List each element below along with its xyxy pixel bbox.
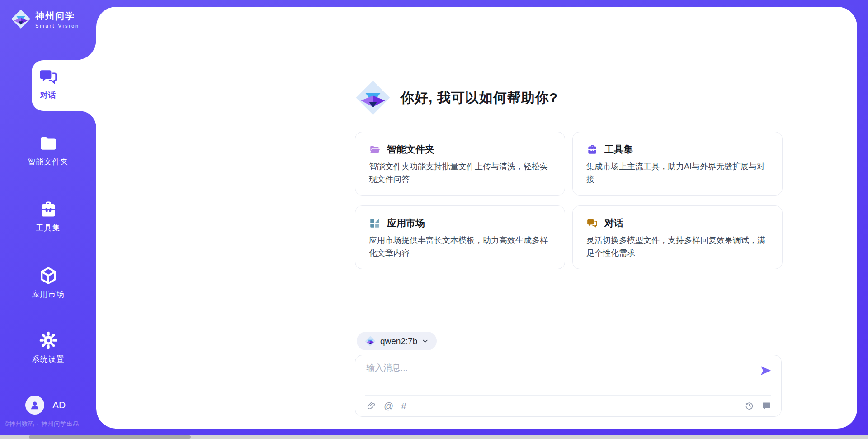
avatar xyxy=(25,396,44,415)
history-clock-icon xyxy=(745,401,754,410)
user-initials: AD xyxy=(52,400,66,410)
tab-fillet-bottom xyxy=(80,111,96,127)
card-description: 集成市场上主流工具，助力AI与外界无缝扩展与对接 xyxy=(586,161,769,186)
sidebar-item-label: 系统设置 xyxy=(32,354,65,364)
attachment-button[interactable] xyxy=(366,401,376,410)
copyright-footer: ©神州数码 · 神州问学出品 xyxy=(5,420,79,428)
sidebar-item-toolset[interactable]: 工具集 xyxy=(0,199,96,233)
send-icon[interactable] xyxy=(760,364,772,377)
main-panel: 你好, 我可以如何帮助你? 智能文件夹 智能文件夹功能支持批量文件上传与清洗，轻… xyxy=(96,7,857,429)
feature-cards: 智能文件夹 智能文件夹功能支持批量文件上传与清洗，轻松实现文件问答 工具集 集成… xyxy=(355,132,783,269)
model-diamond-icon xyxy=(365,336,376,347)
mention-button[interactable]: @ xyxy=(384,401,393,410)
cube-icon xyxy=(38,266,58,286)
brand-diamond-icon xyxy=(11,9,31,29)
folder-open-icon xyxy=(369,143,381,155)
horizontal-scrollbar xyxy=(0,435,868,439)
tab-fillet-top xyxy=(76,40,96,60)
card-smart-folder[interactable]: 智能文件夹 智能文件夹功能支持批量文件上传与清洗，轻松实现文件问答 xyxy=(355,132,565,196)
conversations-button[interactable] xyxy=(761,401,771,410)
message-composer: @ # xyxy=(355,355,782,417)
toolbox-icon xyxy=(38,199,58,219)
model-name: qwen2:7b xyxy=(380,336,417,346)
sidebar-item-settings[interactable]: 系统设置 xyxy=(0,330,96,364)
person-icon xyxy=(29,399,41,411)
sidebar-item-label: 工具集 xyxy=(36,223,61,233)
greeting-diamond-icon xyxy=(355,79,391,116)
sidebar-item-app-market[interactable]: 应用市场 xyxy=(0,266,96,300)
sidebar-item-smart-folder[interactable]: 智能文件夹 xyxy=(0,133,96,167)
card-description: 智能文件夹功能支持批量文件上传与清洗，轻松实现文件问答 xyxy=(369,161,551,186)
briefcase-icon xyxy=(586,143,598,155)
user-profile[interactable]: AD xyxy=(25,396,66,415)
greeting: 你好, 我可以如何帮助你? xyxy=(355,79,558,116)
sidebar-item-label: 智能文件夹 xyxy=(28,157,69,167)
chat-bubbles-icon xyxy=(586,217,598,229)
card-title: 应用市场 xyxy=(387,217,425,229)
card-chat[interactable]: 对话 灵活切换多模型文件，支持多样回复效果调试，满足个性化需求 xyxy=(572,205,783,269)
chevron-down-icon xyxy=(422,338,429,344)
sidebar-item-label: 应用市场 xyxy=(32,289,65,300)
sidebar: 神州问学 Smart Vision 对话 智能文件夹 工具集 应用市场 xyxy=(0,0,96,439)
composer-divider xyxy=(365,395,771,396)
brand-name-en: Smart Vision xyxy=(35,23,80,29)
paperclip-icon xyxy=(367,401,376,410)
chat-bubbles-icon xyxy=(38,67,58,86)
greeting-title: 你好, 我可以如何帮助你? xyxy=(401,89,558,107)
gear-icon xyxy=(38,330,58,350)
topic-button[interactable]: # xyxy=(401,401,406,410)
card-title: 工具集 xyxy=(604,143,633,156)
composer-tools-right xyxy=(744,401,771,410)
scrollbar-thumb[interactable] xyxy=(29,435,191,439)
composer-tools-left: @ # xyxy=(366,401,406,410)
grid-icon xyxy=(369,217,381,229)
folder-icon xyxy=(38,133,58,153)
card-app-market[interactable]: 应用市场 应用市场提供丰富长文本模板，助力高效生成多样化文章内容 xyxy=(355,205,565,269)
card-description: 灵活切换多模型文件，支持多样回复效果调试，满足个性化需求 xyxy=(586,234,769,260)
message-input[interactable] xyxy=(366,362,755,390)
card-description: 应用市场提供丰富长文本模板，助力高效生成多样化文章内容 xyxy=(369,234,551,260)
sidebar-item-chat[interactable]: 对话 xyxy=(0,67,96,100)
brand-logo: 神州问学 Smart Vision xyxy=(11,9,80,29)
brand-name-cn: 神州问学 xyxy=(35,10,80,22)
card-toolset[interactable]: 工具集 集成市场上主流工具，助力AI与外界无缝扩展与对接 xyxy=(572,132,783,196)
model-selector[interactable]: qwen2:7b xyxy=(357,332,437,350)
chat-bubble-icon xyxy=(762,401,771,410)
history-button[interactable] xyxy=(744,401,754,410)
card-title: 智能文件夹 xyxy=(387,143,434,156)
card-title: 对话 xyxy=(604,217,623,229)
sidebar-item-label: 对话 xyxy=(40,90,57,100)
